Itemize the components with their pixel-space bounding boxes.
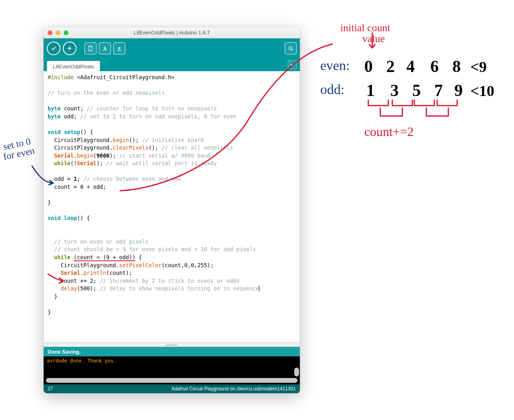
horizontal-scrollbar[interactable] (46, 378, 297, 383)
arduino-ide-window: L8EvenOddPixels | Arduino 1.8.7 L8EvenOd… (44, 27, 300, 393)
annot-init-1: initial count (340, 22, 391, 34)
verify-button[interactable] (47, 42, 60, 55)
annot-odd-7: 7 (434, 81, 443, 100)
annot-set-even-2: for even (2, 145, 36, 162)
bracket-2 (392, 100, 412, 106)
bracket-3 (414, 100, 434, 106)
annot-even-4: 4 (406, 57, 415, 76)
status-bar: Done Saving. (44, 347, 300, 356)
bracket-4 (437, 100, 457, 106)
annot-init-2: value (362, 33, 385, 44)
splitter-handle[interactable] (44, 343, 300, 347)
save-button[interactable] (113, 42, 125, 54)
board-label: Adafruit Circuit Playground on /dev/cu.u… (64, 386, 296, 392)
serial-monitor-button[interactable] (285, 42, 297, 54)
annot-odd-5: 5 (412, 81, 421, 100)
line-number: 27 (48, 386, 64, 392)
maximize-icon[interactable] (64, 30, 68, 35)
arrow-down-icon (369, 33, 375, 48)
minimize-icon[interactable] (56, 30, 60, 35)
annot-odd-1: 1 (366, 81, 375, 100)
tab-sketch[interactable]: L8EvenOddPixels (47, 61, 100, 71)
bracket-6 (426, 108, 448, 116)
code-content[interactable]: #include <Adafruit_CircuitPlayground.h> … (44, 71, 300, 320)
annot-odd-3: 3 (390, 81, 399, 100)
traffic-lights (48, 30, 68, 35)
annot-count-plus: count+=2 (364, 124, 414, 139)
console[interactable]: avrdude done. Thank you. (44, 356, 300, 384)
close-icon[interactable] (48, 30, 52, 35)
vertical-scrollbar[interactable] (294, 359, 299, 376)
annot-odd-label: odd: (320, 82, 344, 97)
annot-even-label: even: (320, 58, 350, 73)
open-button[interactable] (99, 42, 111, 54)
annot-even-8: 8 (452, 57, 461, 76)
annot-even-0: 0 (364, 57, 373, 76)
toolbar (44, 38, 300, 58)
status-text: Done Saving. (48, 349, 80, 355)
annot-set-even-1: set to 0 (2, 136, 32, 152)
annot-even-6: 6 (430, 57, 439, 76)
annot-even-cond: <9 (470, 58, 487, 75)
code-editor[interactable]: #include <Adafruit_CircuitPlayground.h> … (44, 71, 300, 343)
bracket-5 (380, 108, 402, 116)
footer: 27 Adafruit Circuit Playground on /dev/c… (44, 384, 300, 393)
tab-row: L8EvenOddPixels (44, 58, 300, 71)
titlebar: L8EvenOddPixels | Arduino 1.8.7 (44, 27, 300, 38)
window-title: L8EvenOddPixels | Arduino 1.8.7 (44, 30, 300, 36)
tab-menu-button[interactable] (288, 60, 297, 69)
new-button[interactable] (84, 42, 96, 54)
annot-odd-cond: <10 (470, 82, 494, 99)
upload-button[interactable] (63, 42, 76, 55)
annot-even-2: 2 (386, 57, 395, 76)
console-line: avrdude done. Thank you. (47, 358, 297, 364)
annot-odd-9: 9 (454, 81, 463, 100)
bracket-1 (368, 100, 388, 106)
